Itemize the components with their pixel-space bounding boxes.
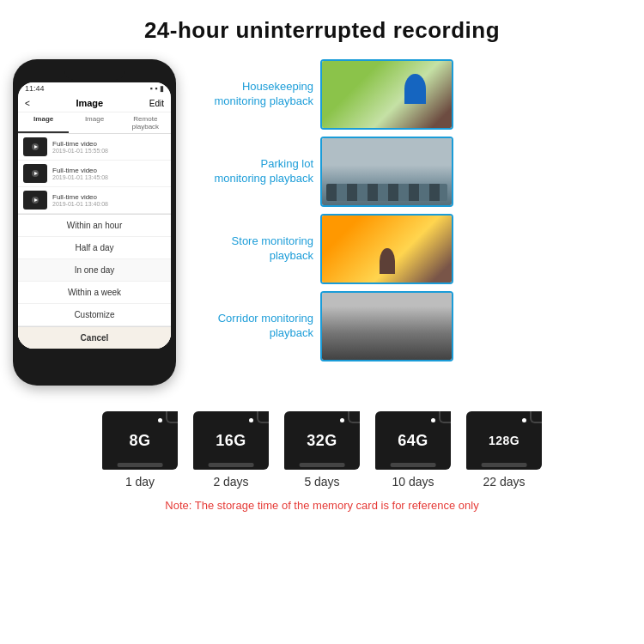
sd-days-8g: 1 day (125, 475, 155, 489)
sd-card-item-128g: 128G 22 days (466, 411, 542, 489)
monitor-img-parking (320, 137, 453, 207)
sd-card-item-64g: 64G 10 days (375, 411, 451, 489)
sd-days-16g: 2 days (213, 475, 248, 489)
sd-card-dot-128g (522, 418, 526, 422)
phone-mockup: 11:44 ▪ ▪ ▮ < Image Edit Image Image Rem… (13, 59, 176, 386)
tab-image[interactable]: Image (18, 112, 69, 133)
right-section: Housekeepingmonitoring playback Parking … (185, 59, 631, 361)
dropdown-item-4[interactable]: Within a week (18, 282, 171, 304)
phone-edit-btn[interactable]: Edit (149, 99, 164, 108)
sd-card-item-8g: 8G 1 day (102, 411, 178, 489)
dropdown-item-1[interactable]: Within an hour (18, 215, 171, 237)
page-wrapper: 24-hour uninterrupted recording 11:44 ▪ … (0, 0, 644, 525)
parking-cars-pattern (326, 184, 447, 201)
parking-img-bg (322, 138, 452, 205)
monitor-label-housekeeping: Housekeepingmonitoring playback (185, 80, 313, 109)
tab-image2[interactable]: Image (69, 112, 119, 133)
video-item-3[interactable]: Full-time video 2019-01-01 13:40:08 (18, 187, 171, 214)
tab-remote-playback[interactable]: Remote playback (120, 112, 171, 133)
sd-card-label-16g: 16G (216, 432, 246, 450)
video-info-2: Full-time video 2019-01-01 13:45:08 (52, 167, 166, 180)
video-thumb-3 (23, 191, 47, 210)
video-title-2: Full-time video (52, 167, 166, 174)
sd-card-dot-8g (158, 418, 162, 422)
corridor-img-bg (322, 293, 452, 360)
phone-notch (64, 68, 125, 80)
sd-days-64g: 10 days (392, 475, 434, 489)
monitor-row-housekeeping: Housekeepingmonitoring playback (185, 59, 631, 130)
monitor-img-store (320, 214, 453, 284)
video-title-3: Full-time video (52, 193, 166, 201)
sd-card-label-64g: 64G (398, 432, 428, 450)
sd-card-item-32g: 32G 5 days (284, 411, 360, 489)
housekeeping-child-figure (404, 74, 426, 104)
main-title: 24-hour uninterrupted recording (13, 17, 631, 44)
sd-card-dot-32g (340, 418, 344, 422)
monitor-label-store: Store monitoringplayback (185, 234, 313, 264)
video-title-1: Full-time video (52, 140, 166, 148)
top-section: 11:44 ▪ ▪ ▮ < Image Edit Image Image Rem… (13, 59, 631, 386)
storage-note: Note: The storage time of the memory car… (165, 499, 478, 512)
phone-tabs: Image Image Remote playback (18, 112, 171, 134)
video-item-1[interactable]: Full-time video 2019-01-01 15:55:08 (18, 134, 171, 161)
phone-dropdown: Within an hour Half a day In one day Wit… (18, 214, 171, 349)
video-date-1: 2019-01-01 15:55:08 (52, 148, 166, 154)
sd-card-16g: 16G (193, 411, 269, 470)
video-thumb-1 (23, 137, 47, 156)
phone-time: 11:44 (25, 84, 45, 93)
phone-status-bar: 11:44 ▪ ▪ ▮ (18, 82, 171, 94)
housekeeping-img-bg (322, 61, 452, 128)
monitor-row-corridor: Corridor monitoringplayback (185, 291, 631, 361)
phone-screen: 11:44 ▪ ▪ ▮ < Image Edit Image Image Rem… (18, 82, 171, 349)
sd-card-label-32g: 32G (307, 432, 337, 450)
store-person-figure (380, 248, 395, 274)
dropdown-item-3[interactable]: In one day (18, 259, 171, 282)
sd-card-64g: 64G (375, 411, 451, 470)
sd-days-128g: 22 days (483, 475, 525, 489)
sd-days-32g: 5 days (304, 475, 339, 489)
sd-card-label-128g: 128G (489, 434, 519, 447)
sd-card-dot-16g (249, 418, 253, 422)
phone-nav-title: Image (76, 98, 103, 108)
sd-card-128g: 128G (466, 411, 542, 470)
phone-icons: ▪ ▪ ▮ (150, 84, 164, 93)
phone-nav-bar: < Image Edit (18, 94, 171, 112)
video-date-3: 2019-01-01 13:40:08 (52, 201, 166, 207)
sd-card-item-16g: 16G 2 days (193, 411, 269, 489)
video-thumb-2 (23, 164, 47, 183)
monitor-img-corridor (320, 291, 453, 361)
sd-card-8g: 8G (102, 411, 178, 470)
store-img-bg (322, 216, 452, 283)
monitor-label-parking: Parking lotmonitoring playback (185, 157, 313, 186)
video-date-2: 2019-01-01 13:45:08 (52, 174, 166, 180)
monitor-row-store: Store monitoringplayback (185, 214, 631, 284)
sd-card-dot-64g (431, 418, 435, 422)
video-item-2[interactable]: Full-time video 2019-01-01 13:45:08 (18, 161, 171, 187)
phone-video-list: Full-time video 2019-01-01 15:55:08 Full… (18, 134, 171, 214)
monitor-label-corridor: Corridor monitoringplayback (185, 312, 313, 341)
video-info-1: Full-time video 2019-01-01 15:55:08 (52, 140, 166, 154)
phone-back-btn[interactable]: < (25, 99, 30, 108)
sd-card-32g: 32G (284, 411, 360, 470)
dropdown-cancel-btn[interactable]: Cancel (18, 326, 171, 349)
monitor-img-housekeeping (320, 59, 453, 130)
video-info-3: Full-time video 2019-01-01 13:40:08 (52, 193, 166, 207)
dropdown-item-2[interactable]: Half a day (18, 237, 171, 259)
sd-card-label-8g: 8G (129, 432, 150, 450)
sd-cards-row: 8G 1 day 16G 2 days 32G 5 days (102, 411, 542, 489)
monitor-row-parking: Parking lotmonitoring playback (185, 137, 631, 207)
dropdown-item-5[interactable]: Customize (18, 304, 171, 326)
storage-section: 8G 1 day 16G 2 days 32G 5 days (13, 411, 631, 512)
